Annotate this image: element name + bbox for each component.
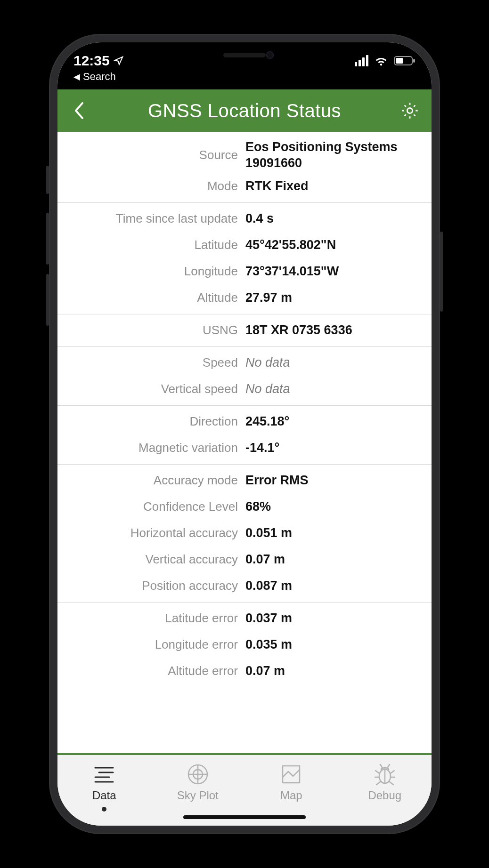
settings-button[interactable] bbox=[391, 89, 429, 132]
side-button bbox=[46, 213, 49, 265]
battery-icon bbox=[394, 56, 416, 66]
group-speed: Speed No data Vertical speed No data bbox=[57, 347, 432, 406]
label-mode: Mode bbox=[57, 179, 244, 193]
row-alterr: Altitude error 0.07 m bbox=[57, 658, 432, 684]
app-header: GNSS Location Status bbox=[57, 89, 432, 132]
label-laterr: Latitude error bbox=[57, 611, 244, 626]
notch bbox=[155, 42, 334, 68]
tab-data-label: Data bbox=[92, 789, 116, 802]
value-vspeed: No data bbox=[244, 382, 432, 396]
label-alt: Altitude bbox=[57, 290, 244, 305]
row-lon: Longitude 73°37'14.015"W bbox=[57, 258, 432, 285]
group-position: Time since last update 0.4 s Latitude 45… bbox=[57, 203, 432, 314]
map-icon bbox=[280, 762, 302, 787]
active-dot-icon bbox=[102, 807, 106, 812]
row-lat: Latitude 45°42'55.802"N bbox=[57, 232, 432, 258]
label-lat: Latitude bbox=[57, 238, 244, 252]
svg-line-22 bbox=[388, 764, 390, 767]
value-pacc: 0.087 m bbox=[244, 579, 432, 593]
value-lat: 45°42'55.802"N bbox=[244, 238, 432, 252]
row-laterr: Latitude error 0.037 m bbox=[57, 605, 432, 632]
row-hacc: Horizontal accuracy 0.051 m bbox=[57, 520, 432, 547]
caret-left-icon: ◀ bbox=[73, 72, 80, 82]
breadcrumb-label: Search bbox=[83, 71, 116, 83]
page-title: GNSS Location Status bbox=[148, 100, 341, 121]
tab-map-label: Map bbox=[280, 789, 302, 802]
svg-line-20 bbox=[390, 782, 393, 785]
svg-line-15 bbox=[375, 771, 379, 773]
content-area[interactable]: Source Eos Positioning Systems 19091660 … bbox=[57, 132, 432, 753]
row-alt: Altitude 27.97 m bbox=[57, 285, 432, 311]
breadcrumb-back[interactable]: ◀ Search bbox=[73, 71, 416, 83]
row-source: Source Eos Positioning Systems 19091660 bbox=[57, 137, 432, 173]
value-mode: RTK Fixed bbox=[244, 179, 432, 193]
data-icon bbox=[92, 762, 116, 787]
value-usng: 18T XR 0735 6336 bbox=[244, 323, 432, 338]
side-button bbox=[46, 274, 49, 326]
value-hacc: 0.051 m bbox=[244, 526, 432, 540]
location-arrow-icon bbox=[114, 56, 124, 66]
value-lon: 73°37'14.015"W bbox=[244, 264, 432, 279]
value-speed: No data bbox=[244, 355, 432, 370]
side-button bbox=[46, 166, 49, 194]
tab-debug-label: Debug bbox=[368, 789, 401, 802]
value-dir: 245.18° bbox=[244, 414, 432, 429]
label-hacc: Horizontal accuracy bbox=[57, 526, 244, 540]
row-magvar: Magnetic variation -14.1° bbox=[57, 435, 432, 461]
row-pacc: Position accuracy 0.087 m bbox=[57, 573, 432, 599]
tab-debug[interactable]: Debug bbox=[338, 755, 432, 826]
value-accmode: Error RMS bbox=[244, 473, 432, 488]
svg-line-19 bbox=[376, 782, 380, 785]
tab-data[interactable]: Data bbox=[57, 755, 151, 826]
row-lonerr: Longitude error 0.035 m bbox=[57, 632, 432, 658]
cell-signal-icon bbox=[355, 55, 368, 66]
svg-point-3 bbox=[407, 108, 412, 113]
home-indicator[interactable] bbox=[183, 815, 306, 819]
label-lonerr: Longitude error bbox=[57, 637, 244, 652]
row-vspeed: Vertical speed No data bbox=[57, 376, 432, 402]
value-alterr: 0.07 m bbox=[244, 664, 432, 678]
label-lon: Longitude bbox=[57, 264, 244, 279]
row-usng: USNG 18T XR 0735 6336 bbox=[57, 317, 432, 344]
svg-line-16 bbox=[391, 771, 394, 773]
tab-skyplot-label: Sky Plot bbox=[177, 789, 219, 802]
group-direction: Direction 245.18° Magnetic variation -14… bbox=[57, 406, 432, 465]
group-accuracy: Accuracy mode Error RMS Confidence Level… bbox=[57, 465, 432, 603]
label-vacc: Vertical accuracy bbox=[57, 552, 244, 567]
screen: 12:35 bbox=[57, 42, 432, 826]
label-pacc: Position accuracy bbox=[57, 579, 244, 593]
group-source: Source Eos Positioning Systems 19091660 … bbox=[57, 135, 432, 203]
skyplot-icon bbox=[186, 762, 210, 787]
value-conf: 68% bbox=[244, 499, 432, 514]
label-conf: Confidence Level bbox=[57, 499, 244, 514]
row-accmode: Accuracy mode Error RMS bbox=[57, 467, 432, 494]
row-conf: Confidence Level 68% bbox=[57, 494, 432, 520]
label-usng: USNG bbox=[57, 323, 244, 338]
back-button[interactable] bbox=[60, 89, 98, 132]
row-speed: Speed No data bbox=[57, 350, 432, 376]
label-source: Source bbox=[57, 148, 244, 162]
value-source: Eos Positioning Systems 19091660 bbox=[244, 139, 432, 171]
side-button bbox=[440, 232, 443, 312]
phone-frame: 12:35 bbox=[49, 34, 440, 834]
bug-icon bbox=[373, 762, 397, 787]
row-dir: Direction 245.18° bbox=[57, 409, 432, 435]
label-tsu: Time since last update bbox=[57, 211, 244, 226]
value-vacc: 0.07 m bbox=[244, 552, 432, 567]
label-magvar: Magnetic variation bbox=[57, 441, 244, 455]
status-time: 12:35 bbox=[73, 53, 110, 69]
value-magvar: -14.1° bbox=[244, 441, 432, 455]
gear-icon bbox=[400, 101, 420, 121]
value-alt: 27.97 m bbox=[244, 290, 432, 305]
value-laterr: 0.037 m bbox=[244, 611, 432, 626]
svg-rect-1 bbox=[396, 58, 403, 64]
label-vspeed: Vertical speed bbox=[57, 382, 244, 396]
value-lonerr: 0.035 m bbox=[244, 637, 432, 652]
value-tsu: 0.4 s bbox=[244, 211, 432, 226]
wifi-icon bbox=[374, 56, 388, 66]
svg-rect-2 bbox=[413, 59, 415, 63]
group-usng: USNG 18T XR 0735 6336 bbox=[57, 314, 432, 347]
group-errors: Latitude error 0.037 m Longitude error 0… bbox=[57, 603, 432, 687]
label-dir: Direction bbox=[57, 414, 244, 429]
label-accmode: Accuracy mode bbox=[57, 473, 244, 488]
